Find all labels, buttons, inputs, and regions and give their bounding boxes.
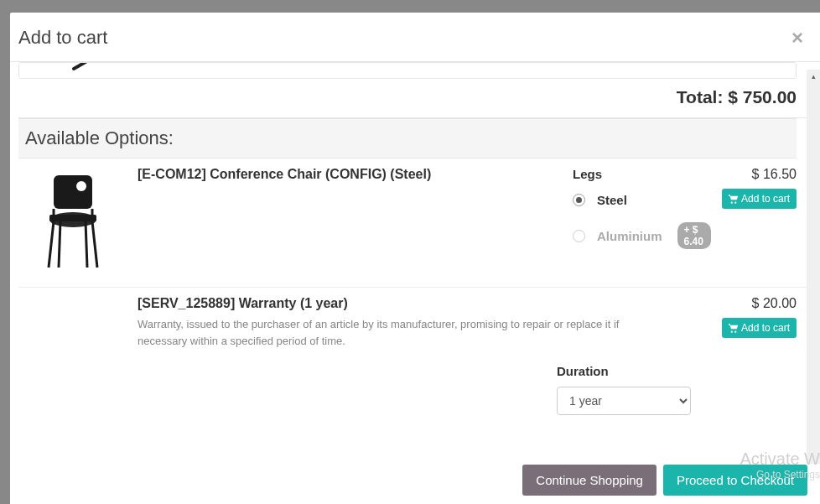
radio-steel[interactable]: Steel (573, 193, 711, 207)
price-value: $ 20.00 (721, 296, 797, 311)
proceed-to-checkout-button[interactable]: Proceed to Checkout (663, 465, 807, 496)
svg-line-4 (49, 221, 54, 268)
duration-select[interactable]: 1 year (557, 387, 691, 415)
chair-icon (35, 171, 111, 272)
price-value: $ 16.50 (721, 167, 797, 182)
radio-label: Aluminium (597, 229, 662, 243)
radio-circle-icon (573, 194, 585, 206)
add-to-cart-button[interactable]: Add to cart (722, 189, 797, 209)
previous-item-fragment (18, 62, 797, 79)
cart-icon (729, 195, 739, 204)
total-label: Total: (677, 87, 724, 107)
radio-aluminium[interactable]: Aluminium + $ 6.40 (573, 222, 711, 249)
option-title: [E-COM12] Conference Chair (CONFIG) (Ste… (138, 167, 558, 182)
close-button[interactable]: × (791, 28, 803, 48)
option-row-chair: [E-COM12] Conference Chair (CONFIG) (Ste… (18, 158, 812, 288)
option-title: [SERV_125889] Warranty (1 year) (138, 296, 711, 311)
option-info: [SERV_125889] Warranty (1 year) Warranty… (138, 296, 711, 415)
total-row: Total: $ 750.00 (18, 79, 812, 118)
modal-header: Add to cart × (10, 13, 820, 62)
product-image-fragment (70, 62, 137, 73)
config-label: Legs (573, 167, 711, 181)
scrollbar[interactable]: ▴ (807, 70, 820, 464)
config-label-duration: Duration (557, 364, 711, 378)
radio-circle-icon (573, 230, 585, 242)
modal-body: Total: $ 750.00 Available Options: (10, 62, 820, 456)
option-price-col: $ 20.00 Add to cart (721, 296, 797, 415)
surcharge-badge: + $ 6.40 (677, 222, 712, 249)
svg-line-5 (92, 221, 97, 268)
add-to-cart-button[interactable]: Add to cart (722, 318, 797, 338)
option-image (18, 167, 127, 272)
add-to-cart-modal: Add to cart × Total: $ 750.00 Available … (10, 13, 820, 504)
option-config-legs: Legs Steel Aluminium + $ 6.40 (568, 167, 711, 272)
modal-title: Add to cart (18, 27, 107, 49)
available-options-header: Available Options: (18, 118, 797, 158)
add-label: Add to cart (741, 193, 790, 205)
option-row-warranty: [SERV_125889] Warranty (1 year) Warranty… (18, 288, 812, 430)
svg-rect-0 (54, 175, 92, 209)
option-info: [E-COM12] Conference Chair (CONFIG) (Ste… (138, 167, 558, 272)
continue-shopping-button[interactable]: Continue Shopping (522, 465, 657, 496)
cart-icon (729, 324, 739, 333)
scroll-up-icon[interactable]: ▴ (807, 70, 820, 83)
svg-rect-3 (49, 215, 96, 221)
option-price-col: $ 16.50 Add to cart (721, 167, 797, 272)
svg-point-1 (76, 181, 86, 191)
option-description: Warranty, issued to the purchaser of an … (138, 316, 657, 349)
option-image-empty (18, 296, 127, 415)
svg-line-6 (59, 221, 60, 268)
modal-footer: Activate W Go to Settings Continue Shopp… (10, 456, 820, 504)
svg-line-7 (86, 221, 87, 268)
radio-label: Steel (597, 193, 627, 207)
total-value: $ 750.00 (728, 87, 797, 107)
add-label: Add to cart (741, 322, 790, 334)
